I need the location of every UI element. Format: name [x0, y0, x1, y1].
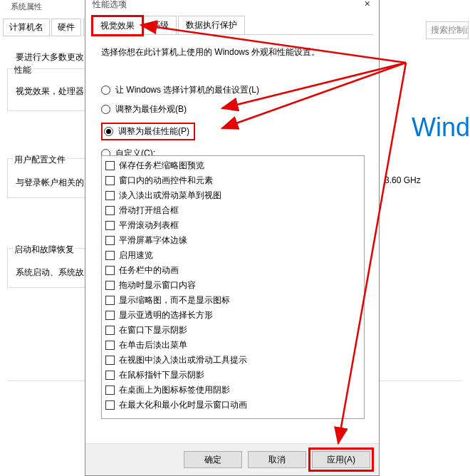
radio-label: 调整为最佳性能(P) [118, 125, 189, 138]
tab-visual-effects[interactable]: 视觉效果 [93, 16, 142, 35]
check-item[interactable]: 保存任务栏缩略图预览 [105, 158, 360, 173]
check-item[interactable]: 滑动打开组合框 [105, 203, 360, 218]
radio-label: 调整为最佳外观(B) [115, 103, 187, 115]
check-label: 在最大化和最小化时显示窗口动画 [119, 398, 247, 412]
bg-tab-computername[interactable]: 计算机名 [3, 19, 50, 36]
dialog-description: 选择你想在此计算机上使用的 Windows 外观和性能设置。 [101, 46, 320, 58]
check-item[interactable]: 启用速览 [105, 248, 360, 263]
check-item[interactable]: 在单击后淡出菜单 [105, 338, 360, 353]
bg-group-startup-title: 启动和故障恢复 [13, 244, 75, 256]
check-label: 在桌面上为图标标签使用阴影 [119, 383, 230, 397]
radio-let-windows[interactable]: 让 Windows 选择计算机的最佳设置(L) [101, 82, 259, 98]
check-label: 在单击后淡出菜单 [119, 338, 187, 352]
checkbox-icon [105, 191, 115, 200]
tab-advanced[interactable]: 高级 [144, 16, 177, 34]
check-item[interactable]: 在窗口下显示阴影 [105, 323, 360, 338]
check-item[interactable]: 显示亚透明的选择长方形 [105, 308, 360, 323]
checkbox-icon [105, 251, 115, 260]
bg-title: 系统属性 [11, 1, 42, 12]
radio-best-appearance[interactable]: 调整为最佳外观(B) [101, 101, 259, 118]
checkbox-icon [105, 176, 115, 185]
dialog-title: 性能选项 [93, 0, 127, 11]
checkbox-icon [105, 311, 115, 320]
radio-icon [104, 127, 113, 136]
check-item[interactable]: 在鼠标指针下显示阴影 [105, 368, 360, 383]
checkbox-icon [105, 326, 115, 335]
checkbox-icon [105, 281, 115, 290]
checkbox-icon [105, 356, 115, 365]
checkbox-icon [105, 236, 115, 245]
check-item[interactable]: 在桌面上为图标标签使用阴影 [105, 383, 360, 398]
check-item[interactable]: 在最大化和最小化时显示窗口动画 [105, 398, 360, 413]
check-label: 在鼠标指针下显示阴影 [119, 368, 204, 382]
close-icon[interactable]: × [360, 0, 375, 11]
radio-icon [101, 105, 110, 114]
check-label: 拖动时显示窗口内容 [119, 279, 196, 292]
radio-label: 让 Windows 选择计算机的最佳设置(L) [115, 84, 259, 96]
check-item[interactable]: 任务栏中的动画 [105, 263, 360, 278]
visual-effects-checklist[interactable]: 保存任务栏缩略图预览 窗口内的动画控件和元素 淡入淡出或滑动菜单到视图 滑动打开… [101, 155, 365, 419]
checkbox-icon [105, 296, 115, 305]
check-label: 保存任务栏缩略图预览 [119, 159, 204, 172]
checkbox-icon [105, 371, 115, 380]
ok-button[interactable]: 确定 [184, 451, 242, 468]
dialog-tab-row: 视觉效果 高级 数据执行保护 [93, 16, 373, 35]
checkbox-icon [105, 266, 115, 275]
bg-group-user-text: 与登录帐户相关的 [16, 177, 84, 189]
check-label: 窗口内的动画控件和元素 [119, 174, 213, 187]
radio-best-performance[interactable]: 调整为最佳性能(P) [101, 120, 259, 143]
bg-ghz: 3.60 GHz [385, 175, 421, 185]
cancel-button[interactable]: 取消 [248, 451, 306, 468]
check-item[interactable]: 显示缩略图，而不是显示图标 [105, 293, 360, 308]
radio-icon [101, 86, 110, 95]
check-label: 任务栏中的动画 [119, 264, 179, 277]
performance-options-dialog: 性能选项 × 视觉效果 高级 数据执行保护 选择你想在此计算机上使用的 Wind… [85, 0, 380, 476]
check-item[interactable]: 在视图中淡入淡出或滑动工具提示 [105, 353, 360, 368]
check-item[interactable]: 平滑屏幕字体边缘 [105, 233, 360, 248]
checkbox-icon [105, 400, 115, 410]
apply-button[interactable]: 应用(A) [312, 451, 370, 468]
bg-group-startup-text: 系统启动、系统故 [16, 267, 84, 279]
windows-logo-text: Wind [412, 113, 470, 143]
check-label: 显示亚透明的选择长方形 [119, 309, 213, 322]
search-box[interactable]: 搜索控制面 [426, 21, 469, 39]
check-label: 淡入淡出或滑动菜单到视图 [119, 189, 221, 202]
bg-group-perf-text: 视觉效果，处理器 [16, 86, 84, 98]
check-label: 平滑屏幕字体边缘 [119, 234, 187, 247]
check-label: 显示缩略图，而不是显示图标 [119, 294, 230, 307]
check-label: 启用速览 [119, 249, 153, 262]
checkbox-icon [105, 221, 115, 230]
bg-group-user-title: 用户配置文件 [13, 154, 67, 166]
check-label: 在窗口下显示阴影 [119, 324, 187, 337]
check-item[interactable]: 拖动时显示窗口内容 [105, 278, 360, 293]
check-item[interactable]: 窗口内的动画控件和元素 [105, 173, 360, 188]
checkbox-icon [105, 206, 115, 215]
check-item[interactable]: 淡入淡出或滑动菜单到视图 [105, 188, 360, 203]
bg-text-changes: 要进行大多数更改 [16, 51, 84, 63]
radio-group: 让 Windows 选择计算机的最佳设置(L) 调整为最佳外观(B) 调整为最佳… [101, 82, 259, 165]
checkbox-icon [105, 341, 115, 350]
checkbox-icon [105, 386, 115, 395]
check-label: 在视图中淡入淡出或滑动工具提示 [119, 353, 247, 367]
check-label: 滑动打开组合框 [119, 204, 179, 217]
tab-dep[interactable]: 数据执行保护 [178, 16, 245, 34]
bg-tab-hardware[interactable]: 硬件 [51, 19, 81, 36]
checkbox-icon [105, 161, 115, 170]
bg-group-perf-title: 性能 [13, 64, 33, 76]
dialog-button-row: 确定 取消 应用(A) [85, 443, 379, 475]
check-item[interactable]: 平滑滚动列表框 [105, 218, 360, 233]
check-label: 平滑滚动列表框 [119, 219, 179, 232]
